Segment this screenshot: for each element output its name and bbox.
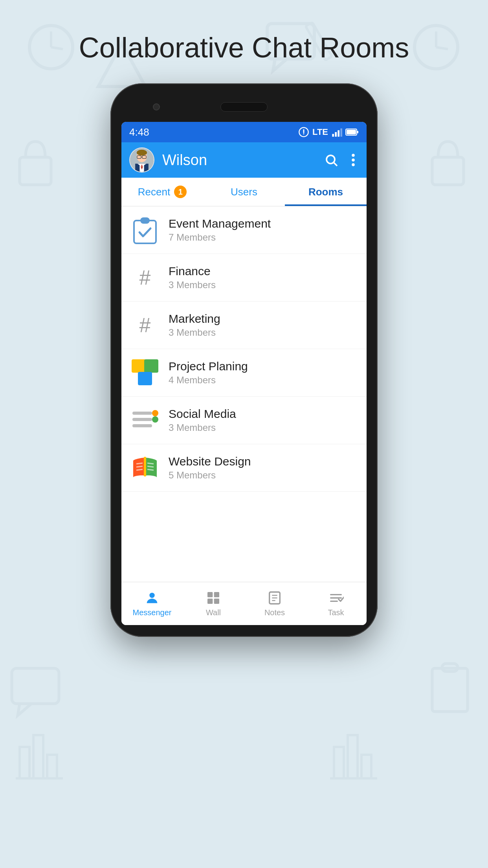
svg-rect-67 — [214, 599, 219, 604]
search-button[interactable] — [324, 153, 338, 167]
phone-shell: 4:48 LTE — [110, 83, 378, 637]
room-icon-marketing: # — [131, 311, 159, 339]
svg-rect-49 — [144, 359, 158, 373]
rooms-list: Event Management 7 Members # Finance 3 M… — [121, 206, 367, 582]
page-title: Collaborative Chat Rooms — [79, 31, 409, 64]
room-name-finance: Finance — [169, 265, 357, 278]
room-name-website-design: Website Design — [169, 455, 357, 468]
phone-speaker — [220, 102, 268, 112]
svg-rect-51 — [132, 412, 152, 415]
notification-icon — [298, 127, 309, 138]
svg-line-60 — [147, 463, 154, 464]
svg-line-58 — [136, 466, 143, 467]
svg-point-63 — [149, 593, 154, 598]
room-name-event-management: Event Management — [169, 217, 357, 230]
phone-device: 4:48 LTE — [110, 83, 378, 637]
svg-rect-15 — [33, 735, 43, 778]
room-item-website-design[interactable]: Website Design 5 Members — [121, 444, 367, 492]
nav-label-wall: Wall — [206, 608, 221, 617]
battery-icon — [345, 128, 359, 136]
room-item-finance[interactable]: # Finance 3 Members — [121, 254, 367, 302]
signal-icon — [331, 127, 342, 137]
app-bar-actions — [324, 153, 359, 167]
svg-line-5 — [436, 47, 448, 49]
room-members-social-media: 3 Members — [169, 422, 357, 433]
svg-rect-29 — [347, 130, 356, 134]
svg-line-42 — [334, 163, 337, 166]
status-time: 4:48 — [129, 126, 149, 138]
room-item-marketing[interactable]: # Marketing 3 Members — [121, 302, 367, 349]
svg-rect-25 — [338, 130, 339, 136]
nav-item-messenger[interactable]: Messenger — [121, 582, 183, 625]
svg-rect-26 — [340, 129, 342, 137]
nav-item-notes[interactable]: Notes — [244, 582, 305, 625]
tab-recent-label: Recent — [138, 186, 170, 198]
room-icon-social-media — [131, 406, 159, 434]
svg-line-57 — [136, 463, 143, 464]
svg-rect-28 — [357, 131, 358, 133]
room-info-project-planning: Project Planing 4 Members — [169, 360, 357, 386]
svg-rect-19 — [442, 664, 458, 671]
nav-label-notes: Notes — [264, 608, 285, 617]
avatar[interactable] — [129, 147, 154, 173]
tab-recent-badge: 1 — [174, 186, 187, 198]
svg-rect-47 — [140, 217, 150, 224]
room-item-project-planning[interactable]: Project Planing 4 Members — [121, 349, 367, 397]
room-members-project-planning: 4 Members — [169, 375, 357, 386]
svg-rect-8 — [20, 157, 51, 185]
svg-rect-50 — [138, 372, 152, 385]
task-icon — [328, 590, 344, 606]
room-name-project-planning: Project Planing — [169, 360, 357, 373]
tab-users[interactable]: Users — [203, 178, 285, 206]
svg-rect-65 — [214, 592, 219, 597]
svg-point-54 — [152, 410, 158, 416]
more-options-button[interactable] — [348, 153, 359, 167]
tab-recent[interactable]: Recent 1 — [121, 178, 203, 206]
svg-point-43 — [352, 154, 355, 157]
svg-rect-14 — [20, 747, 29, 778]
svg-rect-48 — [132, 359, 146, 373]
room-members-website-design: 5 Members — [169, 470, 357, 481]
tab-rooms[interactable]: Rooms — [285, 178, 367, 206]
app-bar-username: Wilson — [162, 152, 324, 169]
room-members-event-management: 7 Members — [169, 232, 357, 243]
svg-rect-11 — [348, 735, 358, 778]
svg-point-55 — [152, 416, 158, 423]
room-members-finance: 3 Members — [169, 280, 357, 291]
app-bar: Wilson — [121, 142, 367, 178]
svg-rect-46 — [134, 221, 156, 243]
room-icon-project-planning — [131, 359, 159, 387]
svg-point-44 — [352, 158, 355, 162]
nav-item-wall[interactable]: Wall — [183, 582, 244, 625]
room-name-marketing: Marketing — [169, 312, 357, 326]
svg-rect-56 — [144, 457, 146, 476]
status-icons: LTE — [298, 127, 359, 138]
svg-rect-66 — [207, 599, 213, 604]
svg-rect-20 — [12, 668, 59, 704]
room-info-social-media: Social Media 3 Members — [169, 407, 357, 433]
svg-rect-9 — [432, 157, 464, 185]
nav-label-messenger: Messenger — [133, 608, 172, 617]
front-camera — [153, 103, 160, 110]
room-item-social-media[interactable]: Social Media 3 Members — [121, 397, 367, 444]
nav-item-task[interactable]: Task — [305, 582, 367, 625]
room-info-website-design: Website Design 5 Members — [169, 455, 357, 481]
svg-rect-53 — [132, 424, 152, 427]
svg-rect-18 — [432, 668, 468, 712]
svg-rect-64 — [207, 592, 213, 597]
hash-icon-finance: # — [139, 266, 151, 289]
status-bar: 4:48 LTE — [121, 122, 367, 142]
svg-point-45 — [352, 163, 355, 166]
tab-rooms-label: Rooms — [308, 186, 343, 198]
svg-rect-52 — [132, 418, 152, 421]
svg-rect-24 — [335, 132, 337, 137]
svg-rect-16 — [47, 755, 57, 778]
tab-users-label: Users — [231, 186, 257, 198]
messenger-icon — [144, 590, 160, 606]
svg-rect-10 — [334, 747, 344, 778]
room-item-event-management[interactable]: Event Management 7 Members — [121, 206, 367, 254]
room-info-event-management: Event Management 7 Members — [169, 217, 357, 243]
nav-label-task: Task — [328, 608, 344, 617]
svg-line-59 — [136, 469, 143, 470]
hash-icon-marketing: # — [139, 313, 151, 337]
